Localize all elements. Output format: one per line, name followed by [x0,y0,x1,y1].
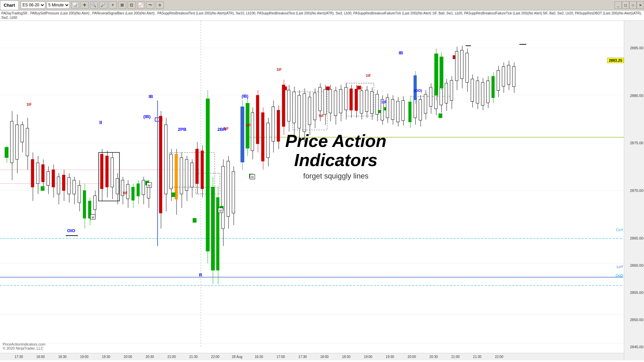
maximize-button[interactable]: □ [629,1,637,9]
svg-rect-136 [308,97,311,125]
svg-rect-103 [221,166,224,229]
svg-rect-130 [293,92,295,123]
svg-rect-36 [5,147,8,158]
current-price-label: 2883.25 [607,58,624,63]
svg-rect-189 [429,87,432,106]
svg-rect-79 [164,125,167,194]
svg-rect-197 [450,81,453,101]
minimize-button[interactable]: _ [614,1,622,9]
restore-button[interactable]: ◻ [622,1,629,9]
close-button[interactable]: ✕ [637,1,644,9]
svg-rect-208 [460,50,463,79]
indicator-button[interactable]: 〜 [146,1,154,9]
svg-rect-212 [471,79,474,101]
chart-svg: M M M M [0,21,644,360]
chart-tab[interactable]: Chart [0,0,19,10]
svg-rect-46 [78,186,81,203]
svg-rect-176 [396,101,399,122]
svg-rect-216 [481,83,484,105]
svg-rect-224 [502,66,505,86]
svg-rect-206 [455,51,458,81]
time-2100-left: 21:00 [167,355,176,359]
svg-rect-67 [132,187,134,200]
svg-rect-26 [31,159,34,187]
time-2000-right: 20:00 [407,355,416,359]
svg-rect-69 [137,184,140,196]
svg-rect-111 [246,103,249,148]
time-28aug: 28 Aug [232,355,242,359]
period-button[interactable]: 📈 [137,1,145,9]
svg-rect-184 [419,99,422,120]
svg-rect-174 [391,99,394,119]
time-2130-left: 21:30 [189,355,198,359]
svg-rect-90 [190,163,193,187]
svg-rect-105 [227,161,230,216]
svg-rect-232 [41,187,44,191]
svg-rect-140 [313,93,316,120]
svg-rect-86 [180,158,183,194]
properties-button[interactable]: ⊞ [118,1,126,9]
time-1900-left: 19:00 [80,355,88,359]
svg-rect-34 [52,170,55,187]
svg-rect-93 [196,149,198,184]
svg-rect-125 [282,85,285,126]
svg-rect-123 [277,110,280,141]
svg-rect-228 [512,66,515,87]
price-2875: 2875.00 [630,141,643,145]
crosshair-button[interactable]: ✛ [81,1,89,9]
svg-rect-48 [83,191,86,218]
svg-rect-128 [283,87,287,90]
svg-rect-201 [435,54,438,95]
svg-rect-149 [334,91,337,116]
price-2885: 2885.00 [630,46,643,50]
price-axis: 2885.00 2880.00 2875.00 2870.00 2865.00 … [624,21,644,360]
svg-rect-99 [211,187,214,270]
svg-rect-61 [116,178,119,194]
svg-rect-164 [370,92,373,114]
strategy-button[interactable]: ≡ [156,1,164,9]
svg-rect-18 [10,121,13,163]
fit-button[interactable]: ⊡ [128,1,136,9]
svg-text:M: M [251,176,254,179]
svg-rect-142 [318,87,321,111]
zoom-in-button[interactable]: 🔍 [90,1,98,9]
svg-rect-59 [111,158,113,187]
svg-rect-155 [350,89,352,110]
time-1930-right: 19:30 [386,355,394,359]
svg-rect-65 [127,184,129,199]
svg-rect-0 [0,21,644,353]
svg-rect-182 [414,98,416,118]
svg-rect-178 [402,101,404,121]
time-2000-left: 20:00 [124,355,132,359]
time-1730-left: 17:30 [14,355,23,359]
time-1830-right: 18:30 [342,355,350,359]
zoom-out-button[interactable]: 🔎 [99,1,107,9]
svg-rect-44 [73,180,76,194]
svg-rect-214 [476,81,479,103]
bar-chart-button[interactable]: 📊 [71,1,79,9]
svg-rect-52 [94,196,96,209]
time-1630: 16:30 [255,355,263,359]
svg-rect-226 [507,65,510,85]
window-controls: _ ◻ □ ✕ [614,1,644,9]
svg-rect-115 [256,95,259,144]
price-2865: 2865.00 [630,236,643,240]
price-2845: 2845.00 [630,345,643,349]
symbol-select[interactable]: ES 06-20 [21,1,45,9]
svg-rect-199 [414,75,416,100]
svg-rect-77 [159,116,162,213]
timeframe-select[interactable]: 5 Minute [47,1,70,9]
footer-line1: PriceActionIndicators.com [3,342,45,346]
svg-rect-147 [329,89,332,113]
svg-rect-172 [386,98,389,118]
time-2200-left: 22:00 [211,355,219,359]
svg-rect-210 [466,53,468,83]
price-2850: 2850.00 [630,318,643,322]
chart-container[interactable]: M M M M IB (IB) IB (IB) II 2PB 2BR OIO R… [0,21,644,360]
svg-text:M: M [148,184,150,187]
title-bar: Chart ES 06-20 5 Minute 📊 ✛ 🔍 🔎 + ⊞ ⊡ 📈 … [0,0,644,10]
svg-rect-38 [57,177,60,194]
svg-rect-121 [272,107,275,141]
svg-rect-180 [408,102,411,122]
add-button[interactable]: + [109,1,117,9]
